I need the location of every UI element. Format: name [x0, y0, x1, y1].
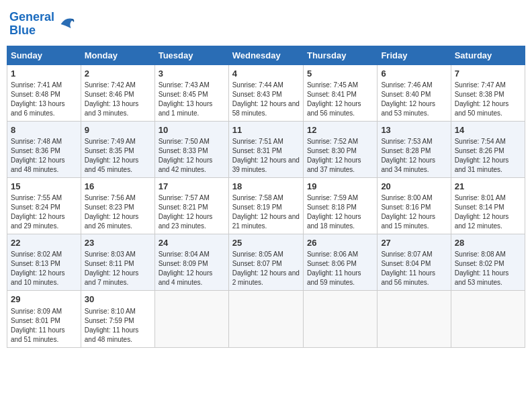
calendar-cell: 1Sunrise: 7:41 AMSunset: 8:48 PMDaylight… — [7, 64, 81, 121]
calendar-week-row: 29Sunrise: 8:09 AMSunset: 8:01 PMDayligh… — [7, 291, 525, 347]
sunset-text: Sunset: 8:04 PM — [381, 259, 447, 269]
daylight-text: Daylight: 12 hours and 37 minutes. — [307, 156, 373, 175]
day-number: 16 — [85, 181, 151, 193]
sunset-text: Sunset: 8:21 PM — [159, 203, 225, 212]
calendar-cell: 8Sunrise: 7:48 AMSunset: 8:36 PMDaylight… — [7, 121, 81, 177]
day-number: 18 — [232, 181, 300, 193]
calendar-cell: 27Sunrise: 8:07 AMSunset: 8:04 PMDayligh… — [378, 234, 451, 291]
day-number: 20 — [381, 181, 447, 193]
day-number: 13 — [381, 124, 447, 136]
sunset-text: Sunset: 8:41 PM — [307, 90, 373, 99]
sunrise-text: Sunrise: 8:01 AM — [455, 193, 521, 203]
day-number: 17 — [159, 181, 225, 193]
day-number: 11 — [232, 124, 300, 136]
daylight-text: Daylight: 12 hours and 58 minutes. — [232, 99, 300, 118]
sunset-text: Sunset: 8:07 PM — [232, 259, 300, 269]
sunrise-text: Sunrise: 8:07 AM — [381, 250, 447, 259]
calendar-cell: 24Sunrise: 8:04 AMSunset: 8:09 PMDayligh… — [154, 234, 228, 291]
sunrise-text: Sunrise: 7:53 AM — [381, 137, 447, 146]
sunset-text: Sunset: 8:11 PM — [85, 259, 151, 269]
day-number: 30 — [85, 293, 151, 306]
calendar-cell: 21Sunrise: 8:01 AMSunset: 8:14 PMDayligh… — [451, 177, 525, 234]
day-number: 27 — [381, 237, 447, 249]
day-number: 25 — [232, 237, 300, 249]
daylight-text: Daylight: 12 hours and 21 minutes. — [232, 212, 300, 231]
calendar-cell: 3Sunrise: 7:43 AMSunset: 8:45 PMDaylight… — [154, 64, 228, 121]
calendar-cell: 25Sunrise: 8:05 AMSunset: 8:07 PMDayligh… — [228, 234, 303, 291]
calendar-week-row: 15Sunrise: 7:55 AMSunset: 8:24 PMDayligh… — [7, 177, 525, 234]
sunrise-text: Sunrise: 7:52 AM — [307, 137, 373, 146]
calendar-cell: 5Sunrise: 7:45 AMSunset: 8:41 PMDaylight… — [303, 64, 377, 121]
page-header: GeneralBlue — [7, 7, 525, 42]
sunrise-text: Sunrise: 8:05 AM — [232, 250, 300, 259]
sunset-text: Sunset: 8:06 PM — [307, 259, 373, 269]
daylight-text: Daylight: 12 hours and 48 minutes. — [11, 156, 77, 175]
sunrise-text: Sunrise: 7:56 AM — [85, 193, 151, 203]
calendar-cell: 7Sunrise: 7:47 AMSunset: 8:38 PMDaylight… — [451, 64, 525, 121]
day-of-week-header: Thursday — [303, 46, 377, 64]
sunrise-text: Sunrise: 7:55 AM — [11, 193, 77, 203]
day-of-week-header: Wednesday — [228, 46, 303, 64]
logo-bird-icon — [56, 14, 76, 34]
calendar-week-row: 1Sunrise: 7:41 AMSunset: 8:48 PMDaylight… — [7, 64, 525, 121]
sunrise-text: Sunrise: 7:41 AM — [11, 81, 77, 90]
sunrise-text: Sunrise: 7:54 AM — [455, 137, 521, 146]
sunset-text: Sunset: 8:01 PM — [11, 316, 77, 326]
calendar-cell: 10Sunrise: 7:50 AMSunset: 8:33 PMDayligh… — [154, 121, 228, 177]
daylight-text: Daylight: 12 hours and 56 minutes. — [307, 99, 373, 118]
daylight-text: Daylight: 12 hours and 31 minutes. — [455, 156, 521, 175]
daylight-text: Daylight: 12 hours and 26 minutes. — [85, 212, 151, 231]
sunrise-text: Sunrise: 8:03 AM — [85, 250, 151, 259]
daylight-text: Daylight: 12 hours and 23 minutes. — [159, 212, 225, 231]
sunrise-text: Sunrise: 7:57 AM — [159, 193, 225, 203]
daylight-text: Daylight: 11 hours and 48 minutes. — [85, 326, 151, 345]
day-of-week-header: Tuesday — [154, 46, 228, 64]
sunrise-text: Sunrise: 7:42 AM — [85, 81, 151, 90]
sunset-text: Sunset: 8:38 PM — [455, 90, 521, 99]
calendar-cell: 29Sunrise: 8:09 AMSunset: 8:01 PMDayligh… — [7, 291, 81, 347]
day-number: 24 — [159, 237, 225, 249]
sunset-text: Sunset: 8:48 PM — [11, 90, 77, 99]
calendar-cell: 19Sunrise: 7:59 AMSunset: 8:18 PMDayligh… — [303, 177, 377, 234]
sunset-text: Sunset: 8:18 PM — [307, 203, 373, 212]
daylight-text: Daylight: 12 hours and 53 minutes. — [381, 99, 447, 118]
daylight-text: Daylight: 11 hours and 59 minutes. — [307, 269, 373, 287]
calendar-cell: 22Sunrise: 8:02 AMSunset: 8:13 PMDayligh… — [7, 234, 81, 291]
sunrise-text: Sunrise: 7:47 AM — [455, 81, 521, 90]
sunset-text: Sunset: 8:36 PM — [11, 146, 77, 156]
day-number: 9 — [85, 124, 151, 136]
daylight-text: Daylight: 11 hours and 56 minutes. — [381, 269, 447, 287]
sunset-text: Sunset: 8:33 PM — [159, 146, 225, 156]
calendar-cell: 6Sunrise: 7:46 AMSunset: 8:40 PMDaylight… — [378, 64, 451, 121]
day-number: 8 — [11, 124, 77, 136]
sunset-text: Sunset: 7:59 PM — [85, 316, 151, 326]
day-number: 26 — [307, 237, 373, 249]
calendar-cell: 28Sunrise: 8:08 AMSunset: 8:02 PMDayligh… — [451, 234, 525, 291]
day-number: 12 — [307, 124, 373, 136]
daylight-text: Daylight: 13 hours and 6 minutes. — [11, 99, 77, 118]
daylight-text: Daylight: 11 hours and 53 minutes. — [455, 269, 521, 287]
sunset-text: Sunset: 8:09 PM — [159, 259, 225, 269]
daylight-text: Daylight: 13 hours and 3 minutes. — [85, 99, 151, 118]
sunset-text: Sunset: 8:24 PM — [11, 203, 77, 212]
sunrise-text: Sunrise: 7:51 AM — [232, 137, 300, 146]
sunset-text: Sunset: 8:35 PM — [85, 146, 151, 156]
daylight-text: Daylight: 12 hours and 34 minutes. — [381, 156, 447, 175]
day-number: 3 — [159, 68, 225, 80]
day-of-week-header: Saturday — [451, 46, 525, 64]
calendar-cell: 9Sunrise: 7:49 AMSunset: 8:35 PMDaylight… — [81, 121, 154, 177]
sunset-text: Sunset: 8:40 PM — [381, 90, 447, 99]
daylight-text: Daylight: 12 hours and 2 minutes. — [232, 269, 300, 287]
sunset-text: Sunset: 8:16 PM — [381, 203, 447, 212]
daylight-text: Daylight: 12 hours and 15 minutes. — [381, 212, 447, 231]
daylight-text: Daylight: 12 hours and 10 minutes. — [11, 269, 77, 287]
day-number: 23 — [85, 237, 151, 249]
calendar-cell: 4Sunrise: 7:44 AMSunset: 8:43 PMDaylight… — [228, 64, 303, 121]
day-number: 28 — [455, 237, 521, 249]
calendar-week-row: 8Sunrise: 7:48 AMSunset: 8:36 PMDaylight… — [7, 121, 525, 177]
calendar-cell: 20Sunrise: 8:00 AMSunset: 8:16 PMDayligh… — [378, 177, 451, 234]
sunrise-text: Sunrise: 8:09 AM — [11, 307, 77, 316]
daylight-text: Daylight: 12 hours and 45 minutes. — [85, 156, 151, 175]
sunset-text: Sunset: 8:30 PM — [307, 146, 373, 156]
sunset-text: Sunset: 8:45 PM — [159, 90, 225, 99]
